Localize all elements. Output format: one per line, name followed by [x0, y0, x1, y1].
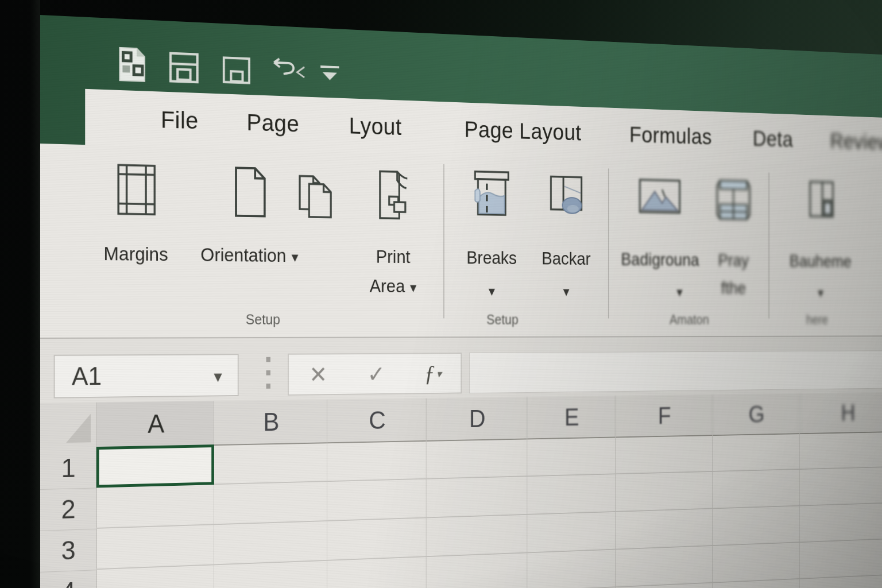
group-caption-setup-2: Setup — [486, 312, 519, 327]
pray-label-line2: fthe — [721, 278, 746, 298]
column-header-d[interactable]: D — [426, 397, 528, 440]
tab-deta[interactable]: Deta — [753, 113, 793, 165]
bauheme-button[interactable]: Bauheme ▾ — [798, 164, 843, 236]
print-area-icon — [367, 153, 420, 230]
breaks-button[interactable]: Breaks ▾ — [466, 155, 517, 231]
column-header-b[interactable]: B — [214, 400, 327, 444]
backar-icon — [541, 157, 591, 233]
tab-review[interactable]: Review — [830, 115, 882, 168]
group-divider — [443, 164, 444, 318]
badigrouna-label: Badigrouna — [621, 249, 699, 270]
formula-bar-buttons: ✕ ✓ ƒ — [288, 353, 462, 396]
breaks-label: Breaks — [466, 247, 517, 268]
column-header-c[interactable]: C — [327, 399, 427, 443]
gridline — [712, 435, 713, 588]
formula-bar-resize-handle[interactable] — [266, 357, 270, 390]
formula-input[interactable] — [469, 350, 882, 393]
save-icon[interactable] — [169, 51, 199, 84]
save-alt-icon[interactable] — [222, 56, 251, 87]
tab-page-layout[interactable]: Page Layout — [465, 103, 582, 160]
gridline — [615, 437, 616, 588]
pray-label-line1: Pray — [718, 250, 749, 270]
name-box-value: A1 — [55, 362, 102, 390]
customize-toolbar-icon[interactable] — [319, 64, 342, 85]
row-header-4[interactable]: 4 — [40, 570, 96, 588]
monitor-bezel-edge — [30, 0, 40, 588]
row-header-2[interactable]: 2 — [40, 488, 96, 531]
size-button[interactable] — [289, 150, 343, 229]
window-panes-icon — [798, 164, 843, 236]
margins-button[interactable]: Margins — [107, 145, 164, 226]
dropdown-caret-icon: ▾ — [676, 284, 682, 300]
enter-icon[interactable]: ✓ — [368, 361, 385, 388]
ribbon: Margins Orientation — [40, 144, 882, 339]
breaks-icon — [466, 155, 517, 231]
tab-file[interactable]: File — [161, 92, 199, 149]
row-headers: 1 2 3 4 — [40, 447, 97, 588]
tab-page[interactable]: Page — [246, 95, 299, 152]
background-picture-icon — [635, 160, 686, 234]
gridline — [527, 439, 527, 588]
name-box-caret-icon[interactable]: ▼ — [211, 369, 225, 386]
column-header-a[interactable]: A — [96, 401, 214, 450]
backar-label: Backar — [541, 249, 590, 269]
dropdown-caret-icon: ▾ — [489, 283, 495, 300]
formula-bar-row: A1 ▼ ✕ ✓ ƒ — [40, 336, 882, 403]
select-all-button[interactable] — [40, 403, 97, 448]
insert-function-icon[interactable]: ƒ — [424, 361, 442, 386]
print-area-label-line1: Print — [376, 246, 411, 268]
backar-button[interactable]: Backar ▾ — [541, 157, 591, 233]
column-header-f[interactable]: F — [615, 394, 713, 436]
group-divider — [608, 168, 609, 318]
pray-fthe-button[interactable]: Pray fthe — [710, 162, 757, 235]
tab-formulas[interactable]: Formulas — [629, 109, 712, 163]
badigrouna-button[interactable]: Badigrouna ▾ — [635, 160, 686, 234]
margins-icon — [107, 145, 164, 226]
margins-label: Margins — [104, 243, 168, 265]
workbook-icon[interactable] — [116, 46, 148, 83]
group-caption-setup-1: Setup — [246, 312, 280, 328]
selected-cell-a1[interactable] — [96, 444, 214, 488]
dropdown-caret-icon: ▾ — [818, 285, 823, 301]
bauheme-label: Bauheme — [790, 252, 852, 272]
column-header-e[interactable]: E — [527, 396, 616, 438]
row-header-3[interactable]: 3 — [40, 529, 96, 572]
column-header-h[interactable]: H — [799, 392, 882, 433]
name-box[interactable]: A1 ▼ — [54, 354, 239, 398]
group-caption-here: here — [806, 312, 828, 327]
group-caption-amaton: Amaton — [670, 312, 709, 327]
orientation-button[interactable]: Orientation — [222, 149, 277, 228]
print-area-label-line2: Area — [370, 276, 417, 296]
undo-icon[interactable] — [270, 57, 308, 87]
gridline — [799, 433, 800, 588]
dropdown-caret-icon: ▾ — [563, 284, 570, 300]
cancel-icon[interactable]: ✕ — [309, 361, 327, 388]
column-header-g[interactable]: G — [712, 393, 800, 435]
gridline — [327, 442, 327, 588]
group-divider — [768, 173, 769, 319]
orientation-label: Orientation — [200, 244, 298, 266]
spreadsheet-grid: A B C D E F G H 1 2 3 4 — [40, 392, 882, 588]
excel-window: File Page Lyout Page Layout Formulas Det… — [40, 15, 882, 588]
orientation-icon — [222, 149, 277, 228]
gridline — [426, 440, 427, 588]
print-titles-icon — [710, 162, 757, 235]
size-icon — [289, 150, 343, 229]
print-area-button[interactable]: Print Area — [367, 153, 420, 230]
row-header-1[interactable]: 1 — [40, 447, 96, 490]
tab-lyout[interactable]: Lyout — [349, 98, 402, 154]
